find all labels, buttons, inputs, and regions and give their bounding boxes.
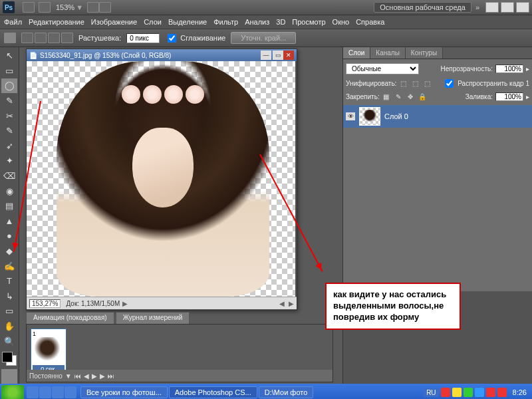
menu-window[interactable]: Окно	[332, 18, 350, 26]
screen-mode-icon[interactable]	[39, 2, 51, 13]
gradient-tool[interactable]: ▲	[1, 214, 17, 229]
scroll-right-icon[interactable]: ▶	[289, 300, 294, 307]
taskbar-task[interactable]: Adobe Photoshop CS...	[169, 386, 257, 398]
ql-icon[interactable]	[65, 386, 76, 398]
taskbar-task[interactable]: D:\Мои фото	[259, 386, 314, 398]
sel-intersect-icon[interactable]	[61, 33, 73, 43]
layer-name[interactable]: Слой 0	[384, 112, 408, 120]
eyedropper-tool[interactable]: ✎	[1, 124, 17, 138]
opacity-input[interactable]	[495, 65, 523, 73]
sel-sub-icon[interactable]	[48, 33, 60, 43]
unify-style-icon[interactable]: ⬚	[423, 80, 431, 88]
tray-icon[interactable]	[452, 388, 462, 397]
lock-transparency-icon[interactable]: ▦	[382, 93, 390, 101]
layer-row[interactable]: 👁 Слой 0	[343, 105, 532, 128]
hand-tool[interactable]: ✋	[1, 319, 17, 334]
anim-next-icon[interactable]: ▶	[100, 372, 105, 380]
tray-icon[interactable]	[464, 388, 473, 397]
menu-3d[interactable]: 3D	[276, 18, 285, 26]
menu-view[interactable]: Просмотр	[292, 18, 325, 26]
menu-analysis[interactable]: Анализ	[245, 18, 269, 26]
document-canvas[interactable]	[27, 61, 295, 297]
arrange-icon[interactable]	[99, 2, 111, 13]
crop-tool[interactable]: ✂	[1, 108, 17, 123]
tab-paths[interactable]: Контуры	[406, 47, 443, 59]
minimize-button[interactable]: —	[485, 2, 499, 13]
color-swatches[interactable]	[2, 352, 17, 366]
status-zoom[interactable]: 153,27%	[29, 299, 61, 308]
anim-prev-icon[interactable]: ◀	[84, 372, 89, 380]
path-select-tool[interactable]: ↳	[1, 289, 17, 304]
move-tool[interactable]: ↖	[1, 49, 17, 63]
visibility-eye-icon[interactable]: 👁	[346, 112, 355, 120]
layer-thumbnail[interactable]	[359, 107, 380, 126]
tray-icon[interactable]	[486, 388, 495, 397]
sel-new-icon[interactable]	[21, 33, 33, 43]
loop-mode[interactable]: Постоянно	[29, 372, 63, 380]
marquee-tool[interactable]: ▭	[1, 64, 17, 78]
lock-pixels-icon[interactable]: ✎	[394, 93, 402, 101]
maximize-button[interactable]: ▭	[501, 2, 514, 13]
brush-tool[interactable]: ✦	[1, 154, 17, 168]
menu-filter[interactable]: Фильтр	[213, 18, 238, 26]
propagate-checkbox[interactable]: Распространить кадр 1	[442, 77, 529, 90]
menu-edit[interactable]: Редактирование	[29, 18, 84, 26]
wand-tool[interactable]: ✎	[1, 94, 17, 108]
anim-play-icon[interactable]: ▶	[92, 372, 97, 380]
doc-minimize-button[interactable]: —	[261, 51, 271, 60]
ql-icon[interactable]	[27, 386, 39, 398]
feather-input[interactable]	[126, 33, 160, 43]
language-indicator[interactable]: RU	[424, 388, 438, 397]
eraser-tool[interactable]: ▤	[1, 199, 17, 213]
menu-layer[interactable]: Слои	[144, 18, 162, 26]
lasso-tool[interactable]: ◯	[1, 78, 17, 93]
menu-image[interactable]: Изображение	[91, 18, 137, 26]
lock-all-icon[interactable]: 🔒	[418, 93, 426, 101]
zoom-tool[interactable]: 🔍	[1, 334, 17, 348]
chevron-right-icon[interactable]: »	[475, 3, 479, 11]
tab-measurement-log[interactable]: Журнал измерений	[116, 312, 190, 324]
doc-maximize-button[interactable]: ▭	[273, 51, 283, 60]
tab-layers[interactable]: Слои	[343, 47, 370, 59]
chevron-right-icon[interactable]: ▶	[122, 300, 128, 307]
tray-icon[interactable]	[497, 388, 507, 397]
lock-position-icon[interactable]: ✥	[406, 93, 414, 101]
history-brush-tool[interactable]: ◉	[1, 184, 17, 198]
menu-help[interactable]: Справка	[356, 18, 384, 26]
scroll-left-icon[interactable]: ◀	[279, 300, 285, 307]
taskbar-clock[interactable]: 8:26	[513, 388, 527, 396]
unify-pos-icon[interactable]: ⬚	[399, 80, 407, 88]
tray-icon[interactable]	[475, 388, 484, 397]
anim-last-icon[interactable]: ⏭	[108, 372, 114, 380]
menu-file[interactable]: Файл	[4, 18, 22, 26]
hand-icon[interactable]	[87, 2, 99, 13]
anim-first-icon[interactable]: ⏮	[74, 372, 81, 380]
tray-icon[interactable]	[441, 388, 450, 397]
document-titlebar[interactable]: 📄 S1563340_91.jpg @ 153% (Слой 0, RGB/8)…	[27, 49, 297, 61]
healing-tool[interactable]: ➶	[1, 139, 17, 154]
sel-add-icon[interactable]	[35, 33, 47, 43]
bridge-icon[interactable]	[23, 2, 35, 13]
ql-icon[interactable]	[52, 386, 64, 398]
doc-close-button[interactable]: ✕	[283, 51, 294, 60]
close-button[interactable]: ✕	[516, 2, 529, 13]
ql-icon[interactable]	[39, 386, 51, 398]
taskbar-task[interactable]: Все уроки по фотош...	[80, 386, 168, 398]
fill-input[interactable]	[495, 92, 523, 101]
current-tool-icon[interactable]	[4, 33, 16, 43]
stamp-tool[interactable]: ⌫	[1, 169, 17, 184]
type-tool[interactable]: T	[1, 274, 17, 289]
menu-select[interactable]: Выделение	[168, 18, 207, 26]
workspace-switcher[interactable]: Основная рабочая среда	[374, 2, 471, 13]
tab-animation[interactable]: Анимация (покадровая)	[26, 312, 114, 324]
blend-mode-select[interactable]: Обычные	[346, 63, 419, 74]
animation-frame-1[interactable]: 1 0 сек.	[31, 329, 66, 372]
tab-channels[interactable]: Каналы	[370, 47, 406, 59]
refine-edge-button[interactable]: Уточн. край...	[231, 32, 296, 44]
start-button[interactable]	[1, 385, 24, 399]
shape-tool[interactable]: ▭	[1, 304, 17, 319]
unify-vis-icon[interactable]: ⬚	[411, 80, 419, 88]
pen-tool[interactable]: ✍	[1, 259, 17, 273]
antialias-checkbox[interactable]: Сглаживание	[165, 32, 225, 45]
zoom-indicator[interactable]: 153%	[56, 3, 74, 11]
